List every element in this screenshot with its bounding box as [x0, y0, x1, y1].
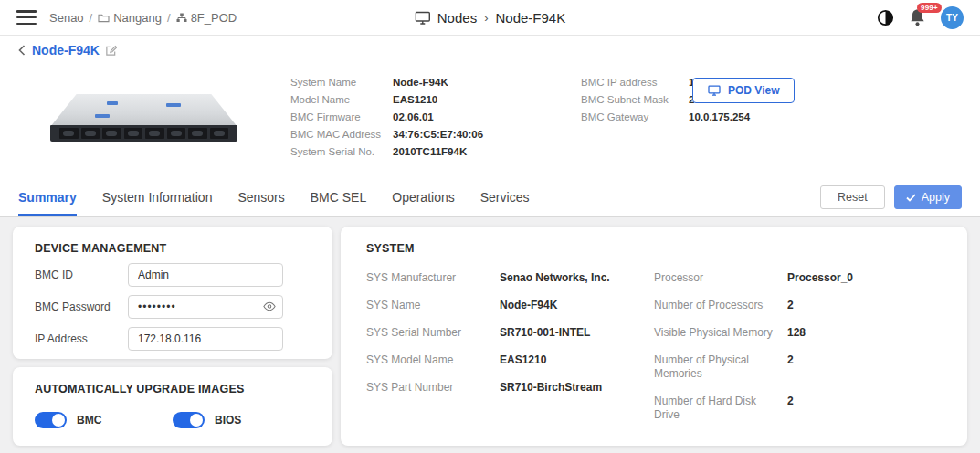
field-label: Processor	[654, 271, 778, 285]
tabs: Summary System Information Sensors BMC S…	[18, 178, 529, 216]
field-value: 2	[787, 395, 942, 422]
tab-system-information[interactable]: System Information	[102, 178, 213, 216]
device-management-card: DEVICE MANAGEMENT BMC ID BMC Password IP…	[13, 226, 332, 359]
field-value: Senao Networks, Inc.	[500, 271, 654, 285]
system-columns: SYS Manufacturer Senao Networks, Inc. SY…	[366, 271, 942, 422]
eye-icon[interactable]	[263, 300, 276, 312]
breadcrumb: Senao / Nangang / 8F_POD	[49, 11, 237, 25]
ip-address-input[interactable]	[128, 327, 283, 351]
breadcrumb-separator: /	[90, 11, 93, 25]
bmc-toggle[interactable]	[35, 412, 67, 428]
bmc-id-label: BMC ID	[35, 269, 128, 281]
bmc-toggle-label: BMC	[77, 414, 101, 427]
field-value: 2010TC11F94K	[393, 146, 553, 157]
folder-icon	[98, 13, 110, 23]
field-value: 34:76:C5:E7:40:06	[393, 129, 553, 140]
page-title-separator: ›	[484, 11, 488, 25]
pod-icon	[176, 13, 187, 23]
tab-bmc-sel[interactable]: BMC SEL	[311, 178, 366, 216]
summary-content: DEVICE MANAGEMENT BMC ID BMC Password IP…	[0, 217, 980, 453]
field-label: SYS Part Number	[366, 381, 490, 395]
pod-view-label: POD View	[728, 84, 779, 97]
left-column: DEVICE MANAGEMENT BMC ID BMC Password IP…	[13, 226, 332, 446]
field-label: System Serial No.	[290, 146, 393, 157]
field-value: EAS1210	[500, 353, 654, 367]
edit-icon[interactable]	[105, 45, 117, 57]
tab-bar: Summary System Information Sensors BMC S…	[0, 178, 980, 217]
tab-actions: Reset Apply	[820, 185, 962, 209]
field-value: 02.06.01	[393, 111, 553, 122]
bios-toggle-label: BIOS	[215, 414, 241, 427]
field-label: BMC Firmware	[290, 111, 393, 122]
breadcrumb-pod[interactable]: 8F_POD	[176, 11, 237, 25]
field-value: SR710-001-INTEL	[500, 326, 654, 340]
field-label: SYS Manufacturer	[366, 271, 490, 285]
bmc-password-row: BMC Password	[35, 295, 311, 319]
back-chevron-icon	[18, 45, 26, 56]
bmc-id-row: BMC ID	[35, 263, 311, 287]
field-label: BMC Subnet Mask	[581, 94, 689, 105]
auto-upgrade-card: AUTOMATICALLY UPGRADE IMAGES BMC BIOS	[13, 367, 332, 446]
tab-summary[interactable]: Summary	[18, 178, 77, 216]
theme-contrast-icon[interactable]	[877, 9, 894, 26]
reset-button[interactable]: Reset	[820, 185, 885, 209]
upgrade-toggles: BMC BIOS	[35, 412, 311, 428]
tab-services[interactable]: Services	[480, 178, 530, 216]
breadcrumb-site[interactable]: Senao	[49, 11, 84, 25]
field-value: 2	[787, 299, 942, 312]
bios-toggle-group: BIOS	[173, 412, 311, 428]
field-label: Number of Physical Memories	[654, 353, 778, 381]
field-label: BMC Gateway	[581, 111, 689, 122]
field-label: Visible Physical Memory	[654, 326, 778, 340]
notifications-button[interactable]: 999+	[909, 8, 926, 26]
pod-view-monitor-icon	[708, 85, 721, 96]
field-label: Model Name	[290, 94, 393, 105]
ip-address-label: IP Address	[35, 332, 128, 345]
field-label: BMC IP address	[581, 77, 689, 88]
topbar-actions: 999+ TY	[877, 6, 964, 29]
notification-badge: 999+	[917, 3, 942, 13]
system-title: SYSTEM	[366, 242, 942, 255]
breadcrumb-zone[interactable]: Nangang	[98, 11, 162, 25]
bios-toggle[interactable]	[173, 412, 205, 428]
check-icon	[906, 194, 916, 202]
page-title-node: Node-F94K	[495, 10, 565, 26]
field-value: 2	[787, 353, 942, 381]
breadcrumb-separator: /	[167, 11, 171, 25]
system-fields-right: Processor Processor_0 Number of Processo…	[654, 271, 942, 422]
server-image	[50, 89, 237, 145]
field-label: SYS Serial Number	[366, 326, 490, 340]
back-link-label: Node-F94K	[32, 43, 100, 58]
system-card: SYSTEM SYS Manufacturer Senao Networks, …	[341, 226, 967, 446]
pod-view-button[interactable]: POD View	[692, 78, 795, 103]
ip-address-row: IP Address	[35, 327, 311, 351]
tab-operations[interactable]: Operations	[392, 178, 454, 216]
apply-label: Apply	[922, 191, 950, 204]
node-monitor-icon	[415, 11, 430, 25]
field-label: BMC MAC Address	[290, 129, 393, 140]
field-value: Processor_0	[787, 271, 942, 285]
bmc-id-input[interactable]	[128, 263, 283, 287]
field-label: SYS Name	[366, 299, 490, 312]
bmc-toggle-group: BMC	[35, 412, 173, 428]
field-label: SYS Model Name	[366, 353, 490, 367]
field-value: Node-F94K	[500, 299, 654, 312]
field-value: SR710-BirchStream	[500, 381, 654, 395]
auto-upgrade-title: AUTOMATICALLY UPGRADE IMAGES	[35, 383, 311, 395]
node-overview: System Name Node-F94K Model Name EAS1210…	[0, 65, 980, 178]
field-label: System Name	[290, 77, 393, 88]
page-title-section: Nodes	[437, 10, 477, 26]
bmc-password-input[interactable]	[128, 295, 283, 319]
field-label: Number of Processors	[654, 299, 778, 312]
device-management-title: DEVICE MANAGEMENT	[35, 242, 311, 255]
apply-button[interactable]: Apply	[894, 185, 962, 209]
tab-sensors[interactable]: Sensors	[237, 178, 284, 216]
field-value: 10.0.175.254	[689, 111, 789, 122]
menu-icon[interactable]	[16, 10, 37, 25]
bmc-password-label: BMC Password	[35, 300, 128, 313]
top-bar: Senao / Nangang / 8F_POD Nodes › Node-F9…	[0, 0, 980, 36]
page-title: Nodes › Node-F94K	[415, 10, 565, 26]
sub-header: Node-F94K	[0, 36, 980, 65]
avatar[interactable]: TY	[941, 6, 964, 29]
back-link[interactable]: Node-F94K	[18, 43, 100, 58]
